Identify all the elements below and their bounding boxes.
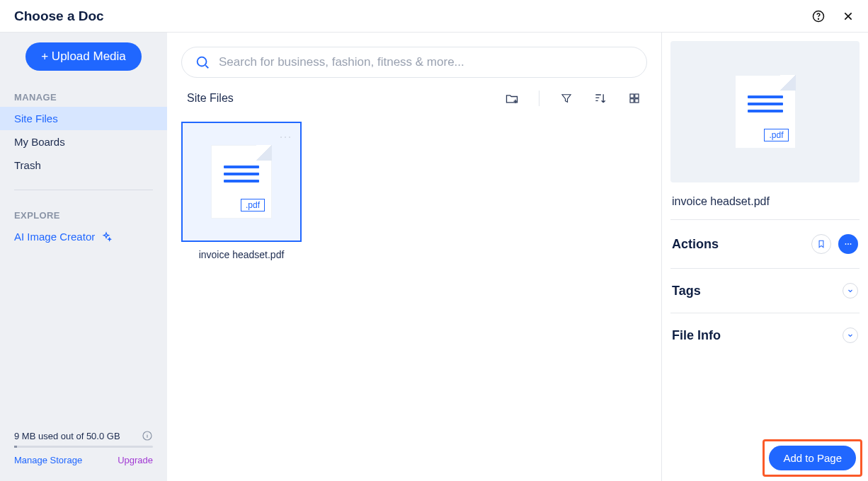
toolbar: Site Files: [167, 86, 661, 116]
upload-media-button[interactable]: + Upload Media: [25, 42, 142, 71]
more-icon[interactable]: ⋯: [279, 129, 293, 144]
svg-point-3: [198, 57, 207, 66]
add-to-page-button[interactable]: Add to Page: [769, 446, 856, 470]
svg-point-10: [850, 243, 852, 245]
svg-rect-6: [630, 99, 634, 103]
help-icon[interactable]: [811, 9, 826, 23]
sidebar-item-ai-image-creator[interactable]: AI Image Creator: [0, 225, 167, 248]
sidebar-item-trash[interactable]: Trash: [0, 153, 167, 177]
sort-icon[interactable]: [593, 91, 607, 105]
file-ext-badge: .pdf: [241, 199, 265, 211]
tags-section[interactable]: Tags: [670, 274, 860, 307]
toolbar-separator: [539, 91, 539, 106]
file-ext-badge: .pdf: [764, 129, 788, 141]
info-icon[interactable]: [142, 430, 153, 441]
sidebar-section-explore: EXPLORE: [0, 203, 167, 225]
storage-text: 9 MB used out of 50.0 GB: [14, 431, 120, 441]
divider: [670, 313, 860, 313]
sidebar-divider: [14, 190, 153, 190]
chevron-down-icon[interactable]: [843, 328, 858, 343]
svg-point-9: [847, 243, 849, 245]
fileinfo-title: File Info: [672, 328, 721, 343]
dialog-title: Choose a Doc: [14, 8, 104, 24]
more-actions-icon[interactable]: [838, 234, 858, 254]
divider: [670, 268, 860, 269]
bookmark-icon[interactable]: [811, 234, 831, 254]
sidebar-footer: 9 MB used out of 50.0 GB Manage Storage …: [0, 430, 167, 474]
close-icon[interactable]: [841, 9, 855, 23]
sidebar-section-manage: MANAGE: [0, 85, 167, 107]
file-thumbnail[interactable]: ⋯ .pdf: [181, 122, 302, 242]
svg-rect-4: [630, 94, 634, 98]
details-panel: .pdf invoice headset.pdf Actions Tags: [662, 33, 868, 481]
manage-storage-link[interactable]: Manage Storage: [14, 455, 82, 465]
file-preview: .pdf: [670, 41, 860, 182]
tags-title: Tags: [672, 284, 701, 299]
file-tile[interactable]: ⋯ .pdf invoice headset.pdf: [181, 122, 302, 260]
search-bar: [181, 47, 647, 78]
svg-rect-5: [635, 94, 639, 98]
breadcrumb: Site Files: [187, 92, 234, 105]
sidebar-item-my-boards[interactable]: My Boards: [0, 130, 167, 153]
storage-bar: [14, 446, 153, 448]
file-grid: ⋯ .pdf invoice headset.pdf: [167, 116, 661, 266]
sidebar: + Upload Media MANAGE Site Files My Boar…: [0, 33, 167, 481]
add-folder-icon[interactable]: [505, 91, 519, 105]
sidebar-item-label: AI Image Creator: [14, 231, 95, 243]
upgrade-link[interactable]: Upgrade: [118, 455, 153, 465]
search-input[interactable]: [219, 55, 634, 69]
pdf-icon: .pdf: [211, 145, 272, 219]
svg-point-8: [845, 243, 847, 245]
svg-rect-7: [635, 99, 639, 103]
add-to-page-highlight: Add to Page: [763, 439, 862, 477]
divider: [670, 219, 860, 220]
toolbar-actions: [505, 91, 641, 106]
sidebar-item-site-files[interactable]: Site Files: [0, 107, 167, 130]
actions-title: Actions: [672, 237, 719, 252]
header-actions: [811, 9, 855, 23]
pdf-icon: .pdf: [735, 75, 796, 149]
filter-icon[interactable]: [559, 91, 573, 105]
details-file-name: invoice headset.pdf: [672, 195, 858, 208]
main-panel: Site Files ⋯: [167, 33, 662, 481]
search-icon: [195, 54, 210, 70]
chevron-down-icon[interactable]: [843, 283, 858, 299]
sparkle-icon: [101, 231, 112, 243]
file-name: invoice headset.pdf: [199, 249, 285, 260]
actions-section: Actions: [670, 226, 860, 262]
fileinfo-section[interactable]: File Info: [670, 319, 860, 352]
dialog-header: Choose a Doc: [0, 0, 868, 33]
svg-point-1: [818, 18, 819, 19]
grid-view-icon[interactable]: [627, 91, 641, 105]
